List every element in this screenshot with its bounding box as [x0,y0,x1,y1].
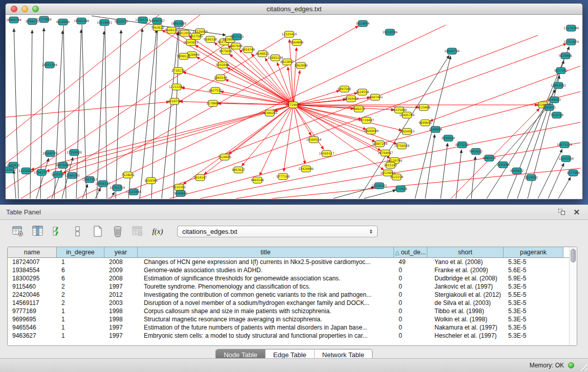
network-node[interactable]: 18136141 [372,183,387,189]
network-node[interactable]: 16053809 [171,20,186,27]
network-node[interactable]: 20364456 [343,96,359,102]
network-node[interactable]: 9463627 [232,167,245,173]
network-node[interactable]: 6497568 [338,86,351,92]
column-header-year[interactable]: year [104,247,138,257]
network-node[interactable]: 11174348 [563,25,579,31]
network-node[interactable]: 15720407 [359,117,374,123]
table-select-dropdown[interactable]: citations_edges.txt ▲▼ [177,226,378,237]
network-node[interactable]: 2718176 [171,68,185,74]
table-row[interactable]: 969969511998Structural magnetic resonanc… [8,315,569,323]
table-row[interactable]: 977716911998Corpus callosum shape and si… [8,307,569,315]
network-node[interactable]: 9227342 [554,68,568,74]
network-node[interactable]: 9129966 [559,53,572,59]
network-node[interactable]: 12103350 [558,156,574,162]
network-node[interactable]: 19218506 [382,29,398,35]
row-height-icon[interactable] [71,225,84,238]
table-row[interactable]: 946362711997Embryonic stem cells: a mode… [8,332,569,340]
network-node[interactable]: 9245042 [174,190,187,196]
network-node[interactable]: 8454749 [242,47,255,53]
table-settings-icon[interactable] [11,225,25,238]
network-node[interactable]: 8128960 [56,19,70,25]
network-node[interactable]: 2967608 [229,43,243,49]
table-row[interactable]: 911546021997Tourette syndrome. Phenomeno… [8,282,569,291]
column-header-pagerank[interactable]: pagerank [504,247,563,257]
network-node[interactable]: 7986372 [352,106,365,112]
network-node[interactable]: 7524605 [218,154,231,160]
network-node[interactable]: 13942737 [34,169,49,176]
network-node[interactable]: 25300295 [262,110,277,116]
network-node[interactable]: 9777169 [276,173,290,180]
network-node[interactable]: 7857223 [230,34,244,40]
network-node[interactable]: 9245072 [510,168,524,174]
network-node[interactable]: 1924502 [525,174,538,181]
resize-grip[interactable] [580,364,587,371]
table-row[interactable]: 1830029562008Estimation of significance … [8,274,569,282]
network-node[interactable]: 9890121 [177,53,190,59]
network-node[interactable]: 17999357 [149,18,165,24]
network-node[interactable]: 1695604 [496,162,510,168]
network-node[interactable]: 10688609 [363,128,379,134]
network-node[interactable]: 9483612 [469,148,483,155]
minimize-window-icon[interactable] [21,6,28,12]
table-row[interactable]: 946554611997Estimation of the future num… [8,323,569,332]
network-node[interactable]: 20553104 [42,62,57,68]
network-node[interactable]: 12213384 [169,84,184,90]
network-node[interactable]: 7635381 [172,184,186,190]
network-node[interactable]: 9465546 [251,177,264,183]
network-node[interactable]: 1677304 [567,170,580,176]
network-node[interactable]: 1170063 [206,100,220,106]
network-node[interactable]: 6822057 [280,59,294,65]
table-row[interactable]: 1456911722003Disruption of a novel membe… [8,299,569,307]
column-header-short[interactable]: short [427,247,504,257]
network-node[interactable]: 19384554 [306,137,321,143]
network-node[interactable]: 1650301 [144,178,158,184]
network-node[interactable]: 7524691 [121,172,135,178]
network-node[interactable]: 16543812 [183,39,199,46]
network-canvas[interactable]: 1872400779638228660128891295423226058982… [6,15,582,199]
table-vertical-scrollbar[interactable] [569,247,577,345]
network-node[interactable]: 16960744 [6,17,21,23]
network-node[interactable]: 1244413 [548,97,561,103]
network-node[interactable]: 12610651 [97,19,112,26]
network-node[interactable]: 1810755 [168,98,181,104]
delete-column-icon[interactable] [111,225,124,238]
network-node[interactable]: 11381111 [135,17,150,23]
close-panel-icon[interactable]: ✕ [573,209,580,215]
network-node[interactable]: 16648794 [444,48,460,54]
column-header-out_de[interactable]: △out_de... [394,247,427,257]
close-window-icon[interactable] [11,6,17,12]
network-node[interactable]: 1733426 [394,186,407,192]
network-node[interactable]: 11156869 [18,168,34,174]
network-node[interactable]: 1362088 [294,62,308,69]
network-node[interactable]: 20206576 [42,150,58,157]
network-node[interactable]: 12093582 [551,82,566,89]
network-node[interactable]: 19756928 [394,143,409,149]
table-row[interactable]: 1938455462009Genome-wide association stu… [8,266,569,274]
network-node[interactable]: 8186328 [204,36,217,42]
table-row[interactable]: 1872400712008Changes of HCN gene express… [8,258,569,266]
network-node[interactable]: 10673129 [557,142,572,148]
network-node[interactable]: 22420046 [298,166,314,172]
network-node[interactable]: 7919789 [550,112,563,118]
network-node[interactable]: 18807249 [372,141,387,147]
network-node[interactable]: 18495784 [399,112,415,118]
network-node[interactable]: 3624554 [356,89,369,95]
network-node[interactable]: 9827505 [189,33,203,39]
network-node[interactable]: 6472211 [455,142,469,148]
network-node[interactable]: 8427552 [209,87,222,94]
network-node[interactable]: 9875685 [219,48,232,54]
select-columns-icon[interactable] [51,225,64,238]
network-node[interactable]: 16782759 [110,185,125,191]
function-builder-icon[interactable]: f(x) [151,225,164,238]
network-node[interactable]: 9115460 [417,104,430,111]
column-header-title[interactable]: title [138,247,394,257]
float-window-icon[interactable] [558,208,565,217]
network-node[interactable]: 2803144 [214,75,227,81]
network-node[interactable]: 1640954 [429,126,442,133]
network-node[interactable]: 12323448 [126,189,141,195]
network-node[interactable]: 14569117 [319,150,334,157]
network-node[interactable]: 3915411 [6,167,16,173]
column-header-in_degree[interactable]: in_degree [57,247,104,257]
network-node[interactable]: 30975887 [55,162,71,168]
network-node[interactable]: 8660128 [165,27,178,33]
